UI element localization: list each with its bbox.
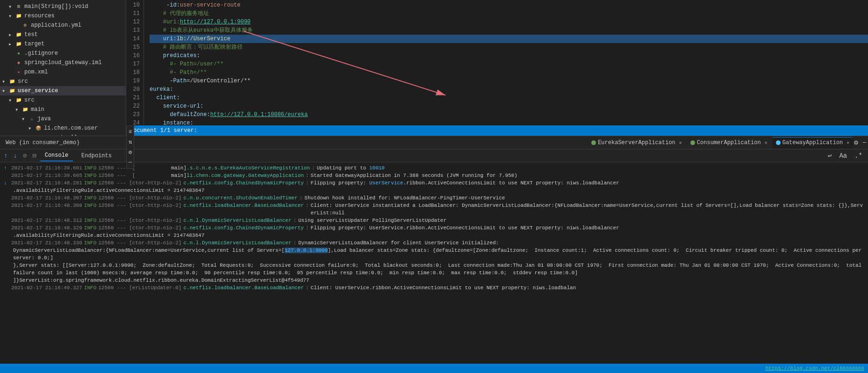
clear-icon[interactable]: ⊘	[23, 152, 27, 160]
tab-console[interactable]: Console	[40, 150, 73, 161]
run-tab-consumer[interactable]: ConsumerApplication ✕	[687, 137, 771, 148]
sidebar-label: springcloud_gateway.iml	[24, 59, 102, 66]
scroll-down-icon[interactable]: ↓	[13, 152, 17, 160]
spacer	[4, 172, 8, 179]
code-content: - id : user-service-route # 代理的服务地址 #uri…	[144, 0, 868, 125]
sidebar-item-user-service[interactable]: ▾ 📁 user_service	[0, 86, 126, 95]
regex-icon[interactable]: .*	[853, 151, 864, 161]
log-pid: 12560 --- [ctor-http-nio-2]	[98, 224, 181, 232]
sidebar-label: test	[24, 31, 38, 38]
log-continuation: .availabilityFilteringRule.activeConnect…	[4, 232, 864, 239]
sidebar-item-gitignore[interactable]: ▾ ● .gitignore	[0, 49, 126, 58]
code-area: 10 11 12 13 14 15 16 17 18 19 20 21 22 2…	[126, 0, 868, 125]
log-line: 2021-02-17 21:16:49.327 INFO 12560 --- […	[4, 284, 864, 292]
sidebar-item-java[interactable]: ▾ ☕ java	[0, 114, 126, 124]
log-message: Updating port to 10010	[317, 164, 864, 172]
settings-gear-icon[interactable]: ⚙	[854, 139, 858, 146]
code-line: # 代理的服务地址	[150, 9, 868, 18]
java-icon: ☕	[28, 115, 36, 123]
log-line: ↓ 2021-02-17 21:16:48.281 INFO 12560 ---…	[4, 179, 864, 187]
log-message: DynamicServerListLoadBalancer for client…	[298, 239, 864, 247]
code-line: #- Path=/**	[150, 68, 868, 77]
arrow-icon: ▾	[2, 78, 7, 85]
bottom-status-bar: https://blog.csdn.net/cl66666666	[0, 364, 868, 373]
timestamp: 2021-02-17 21:16:39.605	[11, 172, 82, 179]
close-icon[interactable]: ✕	[679, 140, 682, 146]
sidebar-item-src2[interactable]: ▾ 📁 src	[0, 95, 126, 105]
sidebar-item-main-fn[interactable]: ▾ m main(String[]):void	[0, 2, 126, 11]
scroll-indicator2: ↓	[4, 179, 8, 187]
panel-list-btn[interactable]: ≡	[128, 128, 133, 136]
log-sep: :	[306, 179, 309, 187]
folder-icon: 📁	[15, 12, 22, 20]
spacer	[4, 202, 8, 209]
wrap-icon[interactable]: ↩	[826, 151, 833, 161]
log-pid: 12560 --- [	[98, 172, 135, 179]
arrow-icon: ▾	[2, 88, 7, 95]
code-line: instance :	[150, 119, 868, 125]
iml-icon: ◆	[15, 59, 22, 66]
log-continuation: DynamicServerListLoadBalancer:{NFLoadBal…	[4, 247, 864, 262]
spacer	[4, 224, 8, 232]
timestamp: 2021-02-17 21:16:48.307	[11, 194, 82, 202]
scroll-up-icon[interactable]: ↑	[4, 152, 7, 160]
sidebar-item-src[interactable]: ▾ 📁 src	[0, 77, 126, 86]
xml-icon: ✦	[15, 68, 22, 76]
sidebar-label: pom.xml	[24, 69, 48, 75]
web-tab-label: Web (in consumer_demo)	[6, 139, 79, 146]
csdn-url[interactable]: https://blog.csdn.net/cl66666666	[766, 366, 864, 371]
code-line: client :	[150, 94, 868, 102]
code-line: - id : user-service-route	[150, 1, 868, 9]
sidebar-item-app-yml[interactable]: ▾ ⚙ application.yml	[0, 21, 126, 30]
editor-area: 10 11 12 13 14 15 16 17 18 19 20 21 22 2…	[126, 0, 868, 136]
file-icon: ●	[15, 50, 22, 57]
log-class: c.netflix.config.ChainedDynamicProperty	[183, 179, 303, 187]
log-class: c.n.l.DynamicServerListLoadBalancer	[183, 239, 291, 247]
run-tab-label-eureka: EurekaServerApplication	[598, 139, 675, 146]
spacer	[4, 239, 8, 247]
filter-icon[interactable]: ⊟	[32, 152, 36, 160]
log-message: Flipping property: UserService.ribbon.Ac…	[311, 224, 864, 232]
spacer	[4, 284, 8, 292]
timestamp: 2021-02-17 21:16:39.601	[11, 164, 82, 172]
timestamp: 2021-02-17 21:16:48.330	[11, 239, 82, 247]
run-tab-eureka[interactable]: EurekaServerApplication ✕	[588, 137, 686, 148]
arrow-icon: ▾	[8, 13, 14, 20]
arrow-icon: ▾	[15, 106, 21, 113]
close-icon[interactable]: ✕	[765, 140, 768, 146]
run-tab-web[interactable]: Web (in consumer_demo)	[2, 137, 83, 148]
editor-status-text: Document 1/1 server:	[130, 127, 197, 134]
case-icon[interactable]: Aa	[837, 151, 849, 161]
log-level: INFO	[84, 179, 96, 187]
log-line: 2021-02-17 21:16:48.312 INFO 12560 --- […	[4, 217, 864, 224]
tab-endpoints[interactable]: Endpoints	[77, 150, 116, 161]
console-output[interactable]: ↑ 2021-02-17 21:16:39.601 INFO 12560 ---…	[0, 162, 868, 364]
run-indicator-gateway	[776, 140, 781, 145]
top-area: ▾ m main(String[]):void ▾ 📁 resources ▾ …	[0, 0, 868, 136]
log-class: c.n.l.DynamicServerListLoadBalancer	[183, 217, 291, 224]
close-icon[interactable]: ✕	[846, 140, 849, 146]
log-line: 2021-02-17 21:16:39.605 INFO 12560 --- […	[4, 172, 864, 179]
log-pid: 12560 --- [ctor-http-nio-2]	[98, 194, 181, 202]
sidebar-label: resources	[24, 13, 55, 19]
arrow-icon: ▾	[8, 3, 14, 10]
log-sep: :	[306, 284, 309, 292]
folder-icon: 📁	[15, 40, 22, 48]
sidebar-item-target[interactable]: ▸ 📁 target	[0, 39, 126, 49]
sidebar-item-main2[interactable]: ▾ 📁 main	[0, 105, 126, 114]
log-message: Using serverListUpdater PollingServerLis…	[298, 217, 864, 224]
log-pid: 12560 --- [erListUpdater-0]	[98, 284, 181, 292]
log-pid: 12560 --- [ctor-http-nio-2]	[98, 179, 181, 187]
run-tab-gateway[interactable]: GatewayApplication ✕	[772, 137, 854, 148]
sidebar-item-resources[interactable]: ▾ 📁 resources	[0, 11, 126, 21]
folder-icon: 📁	[8, 87, 16, 95]
sidebar-item-iml[interactable]: ▾ ◆ springcloud_gateway.iml	[0, 58, 126, 67]
sidebar-item-pom[interactable]: ▾ ✦ pom.xml	[0, 67, 126, 77]
log-class: c.netflix.loadbalancer.BaseLoadBalancer	[183, 202, 303, 209]
folder-icon: 📁	[15, 96, 22, 104]
sidebar-item-test[interactable]: ▸ 📁 test	[0, 30, 126, 39]
panel-minimize-icon[interactable]: —	[863, 139, 866, 146]
sidebar-item-package[interactable]: ▾ 📦 li.chen.com.user	[0, 124, 126, 133]
sidebar-label: src	[24, 97, 35, 103]
folder-icon: 📁	[15, 31, 22, 38]
